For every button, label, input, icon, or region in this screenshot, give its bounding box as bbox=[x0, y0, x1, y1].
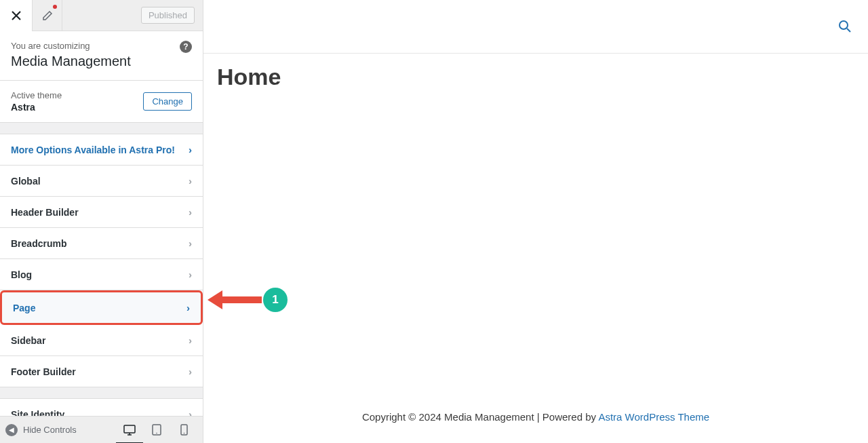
help-icon[interactable]: ? bbox=[180, 41, 192, 53]
desktop-icon bbox=[123, 425, 136, 436]
customizer-sidebar: Published You are customizing Media Mana… bbox=[0, 0, 203, 443]
menu-item-label: Breadcrumb bbox=[11, 238, 66, 249]
theme-link[interactable]: Astra WordPress Theme bbox=[598, 411, 709, 423]
menu-item-label: Page bbox=[13, 303, 35, 313]
hide-controls-button[interactable]: ◀ Hide Controls bbox=[5, 424, 77, 436]
preview-header bbox=[203, 0, 868, 54]
active-theme-section: Active theme Astra Change bbox=[0, 81, 203, 123]
close-icon bbox=[11, 10, 22, 21]
chevron-right-icon: › bbox=[189, 408, 192, 416]
search-button[interactable] bbox=[838, 20, 852, 33]
chevron-right-icon: › bbox=[189, 366, 192, 377]
top-bar: Published bbox=[0, 0, 203, 31]
menu-item-label: Footer Builder bbox=[11, 366, 76, 377]
svg-point-4 bbox=[183, 433, 184, 434]
mobile-icon bbox=[180, 424, 188, 436]
chevron-right-icon: › bbox=[189, 144, 192, 155]
menu-item-global[interactable]: Global › bbox=[0, 166, 203, 197]
menu-item-footer-builder[interactable]: Footer Builder › bbox=[0, 356, 203, 387]
page-title: Home bbox=[217, 64, 854, 90]
site-preview: Home Copyright © 2024 Media Management |… bbox=[203, 0, 868, 443]
edit-button[interactable] bbox=[33, 0, 62, 31]
menu-item-site-identity[interactable]: Site Identity › bbox=[0, 399, 203, 416]
sidebar-menu-scroll: More Options Available in Astra Pro! › G… bbox=[0, 123, 203, 416]
change-theme-button[interactable]: Change bbox=[143, 92, 192, 111]
svg-point-2 bbox=[156, 433, 157, 434]
device-desktop-button[interactable] bbox=[116, 417, 143, 444]
menu-item-label: Site Identity bbox=[11, 409, 64, 417]
search-icon bbox=[838, 20, 852, 33]
footer-copyright: Copyright © 2024 Media Management | Powe… bbox=[362, 411, 598, 423]
menu-item-page[interactable]: Page › bbox=[0, 290, 203, 325]
hide-controls-label: Hide Controls bbox=[23, 425, 77, 435]
device-tablet-button[interactable] bbox=[143, 417, 170, 444]
preview-body: Home bbox=[203, 54, 868, 392]
svg-rect-0 bbox=[124, 425, 135, 433]
pencil-icon bbox=[42, 10, 53, 21]
device-preview-toggles bbox=[116, 417, 197, 444]
device-mobile-button[interactable] bbox=[170, 417, 197, 444]
chevron-right-icon: › bbox=[189, 334, 192, 346]
chevron-right-icon: › bbox=[189, 237, 192, 249]
active-theme-label: Active theme bbox=[11, 90, 62, 100]
preview-footer: Copyright © 2024 Media Management | Powe… bbox=[203, 392, 868, 443]
menu-item-label: Header Builder bbox=[11, 207, 79, 218]
menu-item-breadcrumb[interactable]: Breadcrumb › bbox=[0, 228, 203, 259]
tablet-icon bbox=[152, 424, 161, 436]
menu-item-label: Blog bbox=[11, 269, 32, 280]
bottom-bar: ◀ Hide Controls bbox=[0, 416, 203, 443]
svg-point-5 bbox=[840, 21, 848, 29]
menu-item-label: More Options Available in Astra Pro! bbox=[11, 145, 175, 155]
customizing-header: You are customizing Media Management ? bbox=[0, 31, 203, 81]
menu-item-sidebar[interactable]: Sidebar › bbox=[0, 325, 203, 356]
menu-item-astra-pro[interactable]: More Options Available in Astra Pro! › bbox=[0, 134, 203, 166]
site-title: Media Management bbox=[11, 54, 192, 69]
menu-item-blog[interactable]: Blog › bbox=[0, 259, 203, 290]
menu-item-header-builder[interactable]: Header Builder › bbox=[0, 197, 203, 228]
menu-item-label: Sidebar bbox=[11, 335, 45, 346]
unsaved-indicator-icon bbox=[53, 5, 57, 9]
publish-button[interactable]: Published bbox=[141, 7, 195, 24]
menu-item-label: Global bbox=[11, 176, 41, 187]
chevron-right-icon: › bbox=[189, 206, 192, 218]
close-button[interactable] bbox=[0, 0, 33, 31]
chevron-right-icon: › bbox=[189, 269, 192, 280]
collapse-icon: ◀ bbox=[5, 424, 18, 436]
chevron-right-icon: › bbox=[189, 175, 192, 187]
section-divider bbox=[0, 123, 203, 134]
active-theme-name: Astra bbox=[11, 102, 62, 113]
active-theme-text: Active theme Astra bbox=[11, 90, 62, 113]
section-divider bbox=[0, 387, 203, 399]
customizing-label: You are customizing bbox=[11, 41, 192, 51]
chevron-right-icon: › bbox=[186, 302, 190, 313]
